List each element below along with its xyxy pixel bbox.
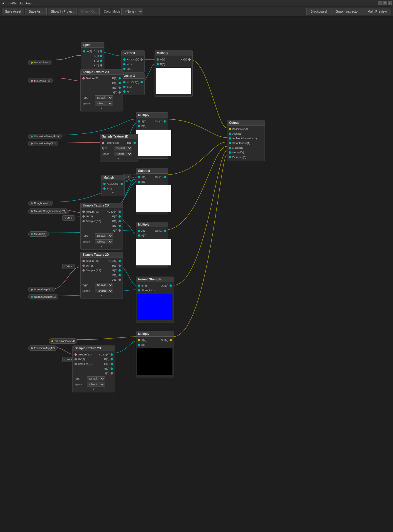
mul1-b-port[interactable]	[157, 63, 159, 65]
v3-2-x-in[interactable]	[123, 81, 126, 83]
stex2-type-select[interactable]: Default	[114, 146, 132, 150]
prop-normal-map[interactable]: NormalMap(T2)	[28, 287, 55, 292]
mul4-a-port[interactable]	[138, 230, 140, 232]
mul1-out-port[interactable]	[188, 58, 191, 61]
mul3-b-port[interactable]	[103, 187, 106, 190]
multiply-node-1[interactable]: Multiply A(3) Out(3) B(3)	[155, 50, 193, 97]
stex4-expand[interactable]: ▼	[81, 294, 123, 297]
split-r-port[interactable]	[100, 50, 102, 52]
stex3-uv-port[interactable]	[82, 215, 85, 218]
stex3-a-port[interactable]	[118, 229, 121, 232]
mul2-a-port[interactable]	[138, 120, 140, 123]
save-asset-button[interactable]: Save Asset	[2, 8, 24, 15]
prop-metallic[interactable]: Metallic(1)	[28, 231, 49, 237]
mul2-out-port[interactable]	[164, 120, 166, 123]
stex5-tex-port[interactable]	[74, 353, 77, 356]
split-b-port[interactable]	[100, 60, 102, 62]
stex3-type-select[interactable]: Default	[95, 233, 113, 238]
v3-1-out-port[interactable]	[140, 58, 143, 61]
stex1-space-select[interactable]: Object	[95, 101, 113, 106]
v3-1-x-in[interactable]	[123, 58, 126, 61]
stex4-type-select[interactable]: Normal	[95, 283, 113, 287]
close-btn[interactable]: ×	[388, 1, 392, 5]
split-node[interactable]: Split In(4) R(1) G(1) B(1) A(1)	[81, 42, 104, 69]
stex5-g-port[interactable]	[111, 363, 113, 365]
multiply-node-2[interactable]: Multiply A(1) Out(1) B(1)	[136, 112, 168, 159]
minimize-btn[interactable]: □	[383, 1, 387, 5]
prop-normal-strength[interactable]: NormalStrength(1)	[28, 294, 58, 299]
menu-btn[interactable]: …	[378, 1, 382, 5]
split-a-port[interactable]	[100, 64, 102, 67]
stex3-samp-port[interactable]	[82, 220, 85, 222]
stex5-expand[interactable]: ▼	[73, 387, 115, 391]
stex1-tex-port[interactable]	[82, 77, 85, 79]
stex3-b-port[interactable]	[118, 225, 121, 227]
blackboard-tab[interactable]: Blackboard	[306, 8, 331, 15]
stex3-tex-port[interactable]	[82, 211, 85, 213]
out-alpha-port[interactable]	[229, 133, 231, 135]
stex3-g-port[interactable]	[118, 220, 121, 222]
stex4-tex-port[interactable]	[82, 260, 85, 262]
stex4-a-port[interactable]	[118, 279, 121, 281]
stex1-expand[interactable]: ▼	[81, 106, 123, 110]
prop-occlusion-strength[interactable]: OcclusionStrength(1)	[28, 134, 62, 139]
mul3-expand[interactable]: ▼	[101, 191, 124, 194]
sub-out-port[interactable]	[164, 176, 166, 178]
stex2-space-select[interactable]: Object	[114, 152, 132, 156]
prop-metallic-roughness-map[interactable]: MetallicRoughnessMap(T2)	[28, 209, 69, 214]
stex3-space-select[interactable]: Object	[95, 239, 113, 244]
v3-2-y-in[interactable]	[123, 86, 126, 88]
graph-canvas[interactable]: BaseColor(4) BaseMap(T2) OcclusionStreng…	[0, 16, 393, 532]
prop-base-color[interactable]: BaseColor(4)	[28, 60, 52, 65]
stex4-b-port[interactable]	[118, 274, 121, 276]
window-controls[interactable]: … □ ×	[378, 1, 392, 5]
out-base-color-port[interactable]	[229, 128, 231, 130]
split-g-port[interactable]	[100, 55, 102, 57]
sample-tex-node-5[interactable]: Sample Texture 2D Texture(T2) RGBA(4) UV…	[72, 345, 115, 392]
mul3-out-port[interactable]	[121, 183, 123, 185]
out-smoothness-port[interactable]	[229, 142, 231, 144]
check-out-button[interactable]: Check Out	[78, 8, 100, 15]
multiply-node-5[interactable]: Multiply A(4) Out(4) B(4)	[136, 331, 174, 377]
stex5-rgba-port[interactable]	[111, 353, 113, 356]
uv0-node-2[interactable]: UV0 ▼	[62, 264, 74, 269]
mul5-b-port[interactable]	[138, 344, 140, 346]
stex2-tex-port[interactable]	[102, 142, 104, 144]
mul4-out-port[interactable]	[164, 230, 166, 232]
mul5-out-port[interactable]	[170, 339, 172, 341]
stex1-a-port[interactable]	[118, 91, 121, 94]
prop-emission-color[interactable]: EmissionColor(4)	[49, 338, 77, 344]
stex4-uv-port[interactable]	[82, 265, 85, 267]
v3-1-z-in[interactable]	[123, 68, 126, 70]
mul1-a-port[interactable]	[157, 58, 159, 61]
prop-emission-map[interactable]: EmissionMap(T2)	[28, 345, 57, 351]
stex5-a-port[interactable]	[111, 372, 113, 375]
stex3-r-port[interactable]	[118, 215, 121, 218]
sub-a-port[interactable]	[138, 176, 140, 178]
stex1-b-port[interactable]	[118, 87, 121, 89]
stex4-samp-port[interactable]	[82, 269, 85, 272]
main-preview-tab[interactable]: Main Preview	[363, 8, 391, 15]
color-mode-select[interactable]: <None>	[121, 8, 143, 15]
stex3-expand[interactable]: ▼	[81, 245, 123, 248]
graph-inspector-tab[interactable]: Graph Inspector	[331, 8, 363, 15]
sample-tex-node-2[interactable]: Sample Texture 2D Texture(T2) R(1) Type …	[100, 134, 138, 162]
mul4-b-port[interactable]	[138, 234, 140, 237]
out-normal-port[interactable]	[229, 151, 231, 154]
sample-tex-node-4[interactable]: Sample Texture 2D Texture(T2) RGBA(4) UV…	[80, 252, 123, 299]
ns-strength-port[interactable]	[138, 289, 140, 292]
stex2-r-port[interactable]	[133, 142, 136, 144]
out-metallic-port[interactable]	[229, 147, 231, 149]
mul5-a-port[interactable]	[138, 339, 140, 341]
stex5-r-port[interactable]	[111, 358, 113, 360]
stex5-b-port[interactable]	[111, 367, 113, 370]
stex3-rgba-port[interactable]	[118, 211, 121, 213]
stex5-samp-port[interactable]	[74, 363, 77, 365]
v3-2-z-in[interactable]	[123, 90, 126, 93]
out-ao-port[interactable]	[229, 137, 231, 140]
stex4-r-port[interactable]	[118, 265, 121, 267]
out-emission-port[interactable]	[229, 156, 231, 158]
v3-2-out-port[interactable]	[140, 81, 143, 83]
vector3-node-2[interactable]: Vector 3 X(1) Out(3) Y(1) Z(1)	[121, 73, 145, 95]
split-in-port[interactable]	[83, 50, 85, 52]
